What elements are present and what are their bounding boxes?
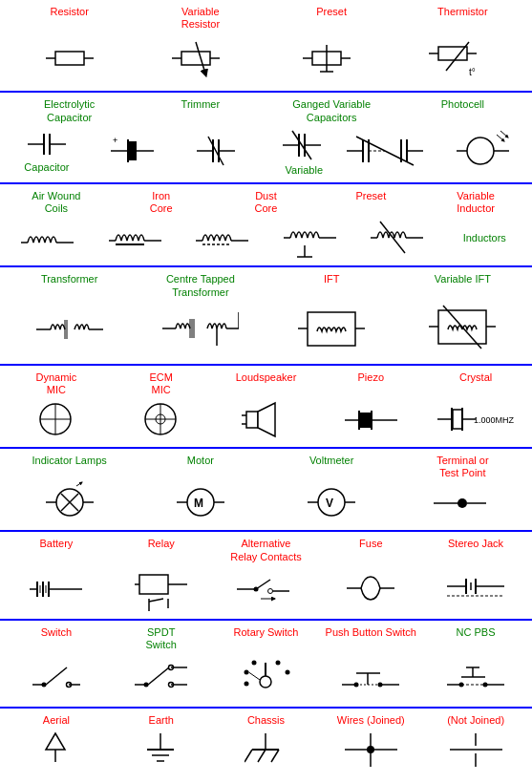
resistors-symbols: t°: [4, 32, 528, 85]
label-variable-ind: VariableInductor: [457, 190, 495, 215]
label-rotary: Rotary Switch: [234, 626, 299, 639]
sym-ecm-mic: [109, 398, 214, 441]
cell-battery: Battery: [4, 538, 109, 550]
capacitors-labels: ElectrolyticCapacitor Trimmer Ganged Var…: [4, 98, 528, 123]
label-motor: Motor: [187, 455, 214, 467]
svg-rect-89: [246, 412, 258, 428]
switches-symbols: [4, 653, 528, 701]
sym-trimmer: [176, 132, 262, 170]
svg-text:1.000MHZ: 1.000MHZ: [474, 415, 514, 425]
cell-indicator-lamp: Indicator Lamps: [4, 455, 135, 467]
label-trimmer: Trimmer: [181, 98, 221, 111]
sym-thermistor: t°: [397, 32, 528, 85]
sym-electrolytic: +: [90, 132, 176, 170]
svg-rect-75: [308, 312, 355, 346]
label-ecm-mic: ECMMIC: [149, 371, 172, 396]
cell-variable-ift: Variable IFT: [397, 273, 528, 286]
svg-rect-100: [453, 410, 462, 429]
sym-resistor: [4, 42, 135, 75]
section-audio: DynamicMIC ECMMIC Loudspeaker Piezo Crys…: [0, 366, 532, 449]
svg-text:V: V: [326, 497, 333, 510]
sym-variable-resistor: [135, 37, 266, 80]
cell-trimmer: Trimmer: [135, 98, 266, 111]
sym-centre-tapped: [135, 303, 266, 355]
label-photocell: Photocell: [441, 98, 484, 111]
cell-aerial: Aerial: [4, 714, 109, 727]
label-dust-core: DustCore: [255, 190, 278, 215]
svg-point-138: [268, 588, 273, 593]
svg-text:+: +: [113, 136, 117, 145]
sym-test-point: [397, 484, 528, 522]
sym-dust-core: [179, 220, 266, 258]
sym-iron-core: [92, 220, 180, 258]
cell-dynamic-mic: DynamicMIC: [4, 371, 109, 396]
label-joined: Wires (Joined): [337, 714, 405, 727]
sym-pbs: [318, 656, 423, 699]
section-resistors: Resistor VariableResistor Preset Thermis…: [0, 0, 532, 93]
sym-aerial: [4, 729, 109, 772]
svg-line-162: [248, 672, 260, 680]
svg-rect-95: [360, 413, 372, 428]
label-chassis: Chassis: [247, 714, 285, 727]
section-inductors: Air WoundCoils IronCore DustCore Preset …: [0, 184, 532, 267]
label-capacitor: ElectrolyticCapacitor: [44, 98, 95, 123]
cell-centre-tapped: Centre TappedTransformer: [135, 273, 266, 298]
svg-marker-184: [46, 733, 65, 750]
sym-dynamic-mic: [4, 398, 109, 441]
label-loudspeaker: Loudspeaker: [236, 371, 297, 384]
label-pbs: Push Button Switch: [326, 626, 416, 639]
label-fuse: Fuse: [359, 538, 382, 550]
cell-air-coil: Air WoundCoils: [4, 190, 109, 215]
svg-line-150: [46, 667, 67, 685]
sym-earth: [109, 729, 214, 772]
cell-stereo-jack: Stereo Jack: [423, 538, 528, 550]
cell-test-point: Terminal orTest Point: [397, 455, 528, 479]
section-switches: Switch SPDTSwitch Rotary Switch Push But…: [0, 621, 532, 709]
label-centre-tapped: Centre TappedTransformer: [166, 273, 235, 298]
sym-transformer: [4, 306, 135, 353]
sym-lamp: [4, 481, 135, 524]
label-iron-core: IronCore: [150, 190, 173, 215]
svg-line-135: [256, 580, 270, 589]
section-capacitors: ElectrolyticCapacitor Trimmer Ganged Var…: [0, 93, 532, 184]
svg-line-192: [258, 750, 266, 762]
cell-photocell: Photocell: [397, 98, 528, 111]
svg-rect-128: [139, 575, 168, 594]
sym-spdt: [109, 656, 214, 699]
section-indicators: Indicator Lamps Motor Voltmeter Terminal…: [0, 449, 532, 532]
sym-variable-ift: [397, 301, 528, 358]
sym-switch: [4, 658, 109, 696]
sym-battery: [4, 570, 109, 608]
svg-text:t°: t°: [469, 67, 476, 77]
label-resistor: Resistor: [50, 6, 88, 18]
cell-piezo: Piezo: [318, 371, 423, 384]
sym-nc-pbs: [423, 656, 528, 699]
cell-transformer: Transformer: [4, 273, 135, 286]
battery-labels: Battery Relay AlternativeRelay Contacts …: [4, 538, 528, 562]
cell-alt-relay: AlternativeRelay Contacts: [214, 538, 319, 562]
cell-ecm-mic: ECMMIC: [109, 371, 214, 396]
label-inductors: Inductors: [441, 232, 529, 244]
cell-capacitor: ElectrolyticCapacitor: [4, 98, 135, 123]
sym-crystal: 1.000MHZ: [423, 398, 528, 441]
cell-joined: Wires (Joined): [318, 714, 423, 727]
audio-labels: DynamicMIC ECMMIC Loudspeaker Piezo Crys…: [4, 371, 528, 396]
sym-relay: [109, 565, 214, 613]
sym-preset-ind: [266, 217, 354, 260]
cell-switch: Switch: [4, 626, 109, 639]
svg-rect-23: [129, 141, 137, 160]
svg-point-136: [254, 586, 259, 591]
cell-resistor: Resistor: [4, 6, 135, 18]
cell-relay: Relay: [109, 538, 214, 550]
cell-dust-core: DustCore: [214, 190, 319, 215]
transformers-symbols: [4, 301, 528, 358]
cell-crystal: Crystal: [423, 371, 528, 384]
label-not-joined: (Not Joined): [447, 714, 504, 727]
label-nc-pbs: NC PBS: [457, 626, 496, 639]
svg-text:M: M: [194, 497, 203, 510]
label-inductors-text: Inductors: [463, 232, 506, 244]
svg-line-155: [148, 667, 169, 685]
sym-speaker: [214, 398, 319, 441]
section-battery: Battery Relay AlternativeRelay Contacts …: [0, 532, 532, 620]
transformers-labels: Transformer Centre TappedTransformer IFT…: [4, 273, 528, 298]
